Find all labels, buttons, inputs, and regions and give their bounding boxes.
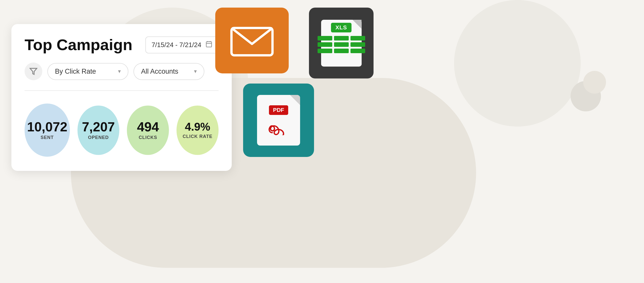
svg-rect-0 (206, 42, 212, 47)
xls-cell (318, 49, 332, 53)
date-range-value: 7/15/24 - 7/21/24 (151, 41, 201, 49)
campaign-card: Top Campaign 7/15/24 - 7/21/24 By Click … (11, 24, 232, 171)
email-icon (229, 23, 275, 58)
email-icon-card (215, 8, 289, 73)
click-rate-dropdown[interactable]: By Click Rate ▾ (47, 63, 128, 80)
metric-opened: 7,207 OPENED (77, 106, 120, 155)
accounts-label: All Accounts (141, 68, 178, 75)
xls-cell (334, 36, 349, 41)
calendar-icon (205, 41, 212, 49)
metric-opened-value: 7,207 (82, 120, 115, 133)
xls-cell (334, 42, 349, 47)
bg-dot-sm (583, 71, 606, 94)
accounts-arrow: ▾ (194, 68, 197, 75)
xls-document: XLS (321, 20, 362, 67)
metric-clickrate: 4.9% CLICK RATE (177, 106, 219, 155)
bg-blob-topright (454, 0, 581, 127)
metric-clicks-value: 494 (137, 120, 159, 133)
xls-badge: XLS (331, 23, 352, 32)
card-title: Top Campaign (25, 36, 132, 53)
pdf-document: PDF (257, 95, 300, 146)
metric-clicks: 494 CLICKS (127, 106, 169, 155)
metric-clickrate-label: CLICK RATE (183, 134, 212, 139)
pdf-doc-corner (290, 95, 300, 105)
metric-sent-label: SENT (41, 135, 54, 140)
pdf-badge: PDF (269, 105, 288, 115)
xls-icon-card: XLS (309, 8, 374, 78)
pdf-icon-card: PDF (243, 84, 314, 157)
pdf-swirl-icon (267, 117, 290, 135)
xls-doc-corner (353, 20, 362, 29)
metric-clickrate-value: 4.9% (185, 121, 210, 132)
xls-cell (318, 36, 332, 41)
metric-sent-value: 10,072 (27, 120, 67, 133)
accounts-dropdown[interactable]: All Accounts ▾ (133, 63, 204, 80)
svg-marker-4 (30, 68, 37, 74)
divider (25, 90, 219, 91)
click-rate-label: By Click Rate (55, 68, 96, 75)
metric-opened-label: OPENED (88, 135, 109, 140)
date-range-picker[interactable]: 7/15/24 - 7/21/24 (145, 36, 219, 53)
pdf-doc-inner: PDF (243, 84, 314, 157)
card-header: Top Campaign 7/15/24 - 7/21/24 (25, 36, 219, 53)
filter-button[interactable] (25, 63, 42, 80)
metric-sent: 10,072 SENT (25, 104, 70, 157)
xls-grid (314, 36, 369, 53)
xls-doc-inner: XLS (309, 8, 374, 78)
filters-row: By Click Rate ▾ All Accounts ▾ (25, 63, 219, 80)
xls-cell (350, 49, 365, 53)
xls-cell (318, 42, 332, 47)
xls-cell (350, 36, 365, 41)
xls-cell (350, 42, 365, 47)
metrics-row: 10,072 SENT 7,207 OPENED 494 CLICKS 4.9%… (25, 104, 219, 157)
xls-cell (334, 49, 349, 53)
click-rate-arrow: ▾ (118, 68, 121, 75)
metric-clicks-label: CLICKS (139, 135, 157, 140)
